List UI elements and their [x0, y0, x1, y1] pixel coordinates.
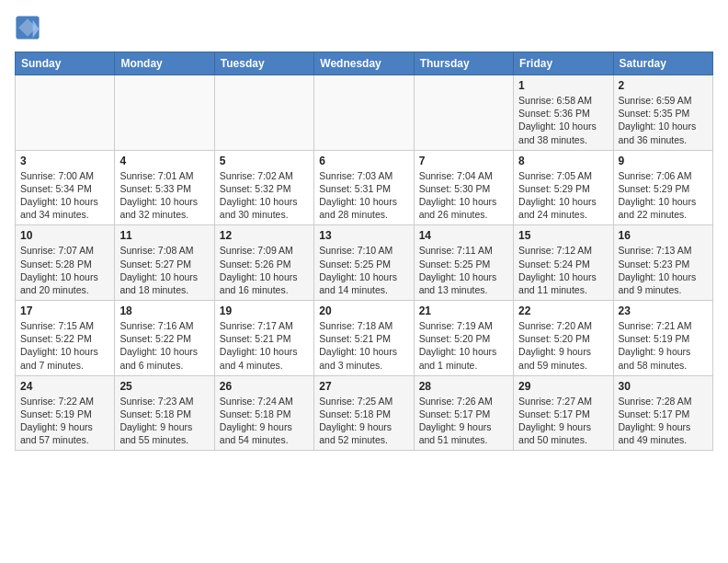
- weekday-header-saturday: Saturday: [613, 52, 712, 75]
- day-number: 2: [619, 79, 708, 92]
- calendar-cell: 24Sunrise: 7:22 AM Sunset: 5:19 PM Dayli…: [16, 375, 115, 451]
- day-info: Sunrise: 7:22 AM Sunset: 5:19 PM Dayligh…: [20, 395, 109, 447]
- calendar-cell: 27Sunrise: 7:25 AM Sunset: 5:18 PM Dayli…: [314, 375, 414, 451]
- day-info: Sunrise: 6:58 AM Sunset: 5:36 PM Dayligh…: [518, 94, 608, 146]
- page-header: [15, 15, 713, 40]
- week-row-5: 24Sunrise: 7:22 AM Sunset: 5:19 PM Dayli…: [16, 375, 713, 451]
- calendar-cell: 19Sunrise: 7:17 AM Sunset: 5:21 PM Dayli…: [214, 301, 313, 376]
- calendar-cell: [314, 75, 414, 151]
- calendar-cell: 30Sunrise: 7:28 AM Sunset: 5:17 PM Dayli…: [613, 375, 712, 451]
- weekday-header-wednesday: Wednesday: [314, 52, 414, 75]
- day-info: Sunrise: 7:08 AM Sunset: 5:27 PM Dayligh…: [119, 244, 209, 296]
- day-info: Sunrise: 7:07 AM Sunset: 5:28 PM Dayligh…: [20, 244, 109, 296]
- calendar-cell: 10Sunrise: 7:07 AM Sunset: 5:28 PM Dayli…: [16, 225, 115, 301]
- calendar-cell: 8Sunrise: 7:05 AM Sunset: 5:29 PM Daylig…: [514, 150, 613, 225]
- calendar-cell: 20Sunrise: 7:18 AM Sunset: 5:21 PM Dayli…: [314, 301, 414, 376]
- day-info: Sunrise: 7:12 AM Sunset: 5:24 PM Dayligh…: [518, 244, 608, 296]
- day-info: Sunrise: 7:27 AM Sunset: 5:17 PM Dayligh…: [518, 395, 608, 447]
- day-info: Sunrise: 7:05 AM Sunset: 5:29 PM Dayligh…: [518, 169, 608, 222]
- calendar-cell: 11Sunrise: 7:08 AM Sunset: 5:27 PM Dayli…: [115, 225, 214, 301]
- day-number: 22: [518, 304, 608, 317]
- day-number: 27: [319, 380, 408, 393]
- weekday-header-friday: Friday: [514, 52, 613, 75]
- day-info: Sunrise: 7:26 AM Sunset: 5:17 PM Dayligh…: [419, 395, 508, 447]
- calendar-cell: [16, 75, 115, 151]
- day-info: Sunrise: 7:04 AM Sunset: 5:30 PM Dayligh…: [419, 169, 508, 222]
- day-number: 12: [220, 229, 309, 242]
- week-row-2: 3Sunrise: 7:00 AM Sunset: 5:34 PM Daylig…: [16, 150, 713, 225]
- day-number: 26: [220, 380, 309, 393]
- calendar-cell: 16Sunrise: 7:13 AM Sunset: 5:23 PM Dayli…: [613, 225, 712, 301]
- calendar-cell: 22Sunrise: 7:20 AM Sunset: 5:20 PM Dayli…: [514, 301, 613, 376]
- calendar-cell: 12Sunrise: 7:09 AM Sunset: 5:26 PM Dayli…: [214, 225, 313, 301]
- day-number: 29: [518, 380, 608, 393]
- calendar-cell: 18Sunrise: 7:16 AM Sunset: 5:22 PM Dayli…: [115, 301, 214, 376]
- day-number: 3: [20, 155, 109, 167]
- calendar-cell: 1Sunrise: 6:58 AM Sunset: 5:36 PM Daylig…: [514, 75, 613, 151]
- day-info: Sunrise: 7:15 AM Sunset: 5:22 PM Dayligh…: [20, 319, 109, 372]
- day-info: Sunrise: 7:03 AM Sunset: 5:31 PM Dayligh…: [319, 169, 408, 222]
- calendar-cell: 4Sunrise: 7:01 AM Sunset: 5:33 PM Daylig…: [115, 150, 214, 225]
- day-number: 17: [20, 304, 109, 317]
- logo: [15, 15, 44, 40]
- day-number: 30: [619, 380, 708, 393]
- day-info: Sunrise: 7:17 AM Sunset: 5:21 PM Dayligh…: [220, 319, 309, 372]
- day-info: Sunrise: 7:01 AM Sunset: 5:33 PM Dayligh…: [119, 169, 209, 222]
- calendar-cell: 6Sunrise: 7:03 AM Sunset: 5:31 PM Daylig…: [314, 150, 414, 225]
- day-info: Sunrise: 6:59 AM Sunset: 5:35 PM Dayligh…: [619, 94, 708, 146]
- weekday-header-sunday: Sunday: [16, 52, 115, 75]
- day-number: 5: [220, 155, 309, 167]
- day-number: 20: [319, 304, 408, 317]
- day-number: 19: [220, 304, 309, 317]
- calendar-cell: 21Sunrise: 7:19 AM Sunset: 5:20 PM Dayli…: [414, 301, 513, 376]
- day-number: 13: [319, 229, 408, 242]
- day-number: 15: [518, 229, 608, 242]
- calendar-cell: 23Sunrise: 7:21 AM Sunset: 5:19 PM Dayli…: [613, 301, 712, 376]
- calendar-cell: [115, 75, 214, 151]
- calendar-cell: 3Sunrise: 7:00 AM Sunset: 5:34 PM Daylig…: [16, 150, 115, 225]
- calendar-cell: 5Sunrise: 7:02 AM Sunset: 5:32 PM Daylig…: [214, 150, 313, 225]
- day-info: Sunrise: 7:00 AM Sunset: 5:34 PM Dayligh…: [20, 169, 109, 222]
- day-info: Sunrise: 7:19 AM Sunset: 5:20 PM Dayligh…: [419, 319, 508, 372]
- calendar-cell: 2Sunrise: 6:59 AM Sunset: 5:35 PM Daylig…: [613, 75, 712, 151]
- day-number: 10: [20, 229, 109, 242]
- day-number: 14: [419, 229, 508, 242]
- day-info: Sunrise: 7:18 AM Sunset: 5:21 PM Dayligh…: [319, 319, 408, 372]
- day-number: 7: [419, 155, 508, 167]
- week-row-4: 17Sunrise: 7:15 AM Sunset: 5:22 PM Dayli…: [16, 301, 713, 376]
- day-number: 1: [518, 79, 608, 92]
- day-info: Sunrise: 7:23 AM Sunset: 5:18 PM Dayligh…: [119, 395, 209, 447]
- day-number: 9: [619, 155, 708, 167]
- calendar-cell: 25Sunrise: 7:23 AM Sunset: 5:18 PM Dayli…: [115, 375, 214, 451]
- day-number: 16: [619, 229, 708, 242]
- day-info: Sunrise: 7:28 AM Sunset: 5:17 PM Dayligh…: [619, 395, 708, 447]
- day-number: 8: [518, 155, 608, 167]
- calendar-cell: [414, 75, 513, 151]
- calendar-table: SundayMondayTuesdayWednesdayThursdayFrid…: [15, 52, 713, 451]
- logo-icon: [15, 15, 40, 40]
- day-info: Sunrise: 7:16 AM Sunset: 5:22 PM Dayligh…: [119, 319, 209, 372]
- calendar-cell: [214, 75, 313, 151]
- weekday-header-row: SundayMondayTuesdayWednesdayThursdayFrid…: [16, 52, 713, 75]
- day-info: Sunrise: 7:21 AM Sunset: 5:19 PM Dayligh…: [619, 319, 708, 372]
- day-number: 11: [119, 229, 209, 242]
- day-info: Sunrise: 7:09 AM Sunset: 5:26 PM Dayligh…: [220, 244, 309, 296]
- day-info: Sunrise: 7:20 AM Sunset: 5:20 PM Dayligh…: [518, 319, 608, 372]
- week-row-3: 10Sunrise: 7:07 AM Sunset: 5:28 PM Dayli…: [16, 225, 713, 301]
- day-info: Sunrise: 7:13 AM Sunset: 5:23 PM Dayligh…: [619, 244, 708, 296]
- calendar-cell: 13Sunrise: 7:10 AM Sunset: 5:25 PM Dayli…: [314, 225, 414, 301]
- week-row-1: 1Sunrise: 6:58 AM Sunset: 5:36 PM Daylig…: [16, 75, 713, 151]
- day-info: Sunrise: 7:10 AM Sunset: 5:25 PM Dayligh…: [319, 244, 408, 296]
- day-number: 25: [119, 380, 209, 393]
- day-number: 23: [619, 304, 708, 317]
- calendar-cell: 14Sunrise: 7:11 AM Sunset: 5:25 PM Dayli…: [414, 225, 513, 301]
- calendar-cell: 17Sunrise: 7:15 AM Sunset: 5:22 PM Dayli…: [16, 301, 115, 376]
- day-number: 24: [20, 380, 109, 393]
- calendar-cell: 7Sunrise: 7:04 AM Sunset: 5:30 PM Daylig…: [414, 150, 513, 225]
- weekday-header-thursday: Thursday: [414, 52, 513, 75]
- day-number: 6: [319, 155, 408, 167]
- day-number: 18: [119, 304, 209, 317]
- day-info: Sunrise: 7:25 AM Sunset: 5:18 PM Dayligh…: [319, 395, 408, 447]
- day-info: Sunrise: 7:24 AM Sunset: 5:18 PM Dayligh…: [220, 395, 309, 447]
- day-number: 4: [119, 155, 209, 167]
